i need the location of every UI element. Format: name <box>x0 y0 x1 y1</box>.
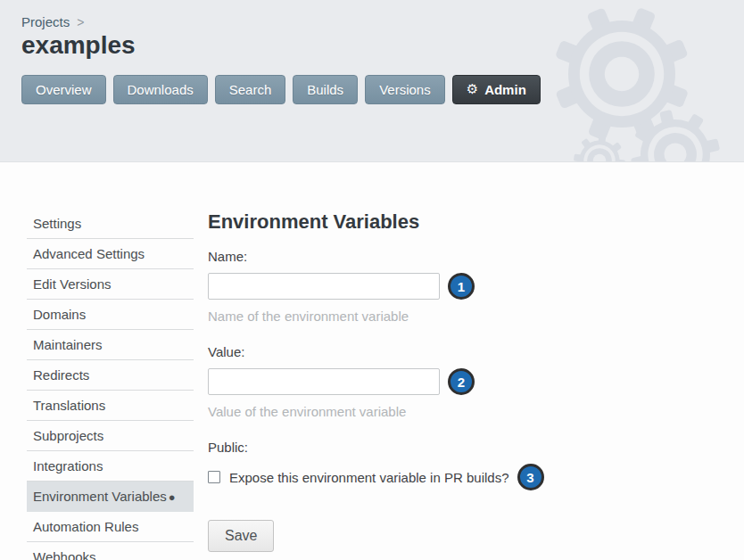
annotation-badge-3: 3 <box>517 464 544 490</box>
sidebar-item-translations[interactable]: Translations <box>27 391 194 421</box>
breadcrumb-separator: > <box>77 15 84 29</box>
public-checkbox[interactable] <box>208 471 220 483</box>
annotation-badge-2: 2 <box>448 368 475 395</box>
value-label: Value: <box>208 344 544 359</box>
sidebar-item-maintainers[interactable]: Maintainers <box>27 330 194 360</box>
tab-downloads[interactable]: Downloads <box>113 75 208 104</box>
breadcrumb: Projects > <box>21 14 744 29</box>
sidebar-item-domains[interactable]: Domains <box>27 300 194 330</box>
project-tabs: Overview Downloads Search Builds Version… <box>21 75 744 104</box>
section-heading: Environment Variables <box>208 210 544 234</box>
sidebar-item-settings[interactable]: Settings <box>27 209 194 239</box>
admin-sidebar: Settings Advanced Settings Edit Versions… <box>27 209 194 560</box>
sidebar-item-automation-rules[interactable]: Automation Rules <box>27 512 194 542</box>
annotation-badge-1: 1 <box>448 273 475 300</box>
sidebar-item-edit-versions[interactable]: Edit Versions <box>27 269 194 300</box>
sidebar-item-redirects[interactable]: Redirects <box>27 360 194 391</box>
name-label: Name: <box>208 249 544 264</box>
tab-admin-label: Admin <box>484 82 526 97</box>
page-title: examples <box>21 31 744 60</box>
value-help-text: Value of the environment variable <box>208 404 544 419</box>
active-item-marker: ● <box>169 490 176 504</box>
public-label: Public: <box>208 440 544 455</box>
environment-variables-form: Environment Variables Name: 1 Name of th… <box>208 209 544 560</box>
sidebar-item-subprojects[interactable]: Subprojects <box>27 421 194 451</box>
small-gear-icon <box>629 108 722 162</box>
content-area: Settings Advanced Settings Edit Versions… <box>0 162 744 560</box>
tiny-gear-icon <box>573 134 626 162</box>
sidebar-item-advanced-settings[interactable]: Advanced Settings <box>27 239 194 269</box>
value-input[interactable] <box>208 368 440 395</box>
sidebar-item-environment-variables[interactable]: Environment Variables● <box>27 482 194 512</box>
save-button[interactable]: Save <box>208 520 274 552</box>
name-input[interactable] <box>208 273 440 300</box>
tab-admin[interactable]: ⚙ Admin <box>452 75 541 104</box>
name-field-group: Name: 1 Name of the environment variable <box>208 249 544 324</box>
tab-builds[interactable]: Builds <box>293 75 358 104</box>
tab-versions[interactable]: Versions <box>365 75 445 104</box>
project-header: Projects > examples Overview Downloads S… <box>0 0 744 162</box>
sidebar-item-label: Environment Variables <box>33 489 167 504</box>
sidebar-item-integrations[interactable]: Integrations <box>27 451 194 482</box>
tab-search[interactable]: Search <box>215 75 286 104</box>
name-help-text: Name of the environment variable <box>208 309 544 324</box>
sidebar-item-webhooks[interactable]: Webhooks <box>27 542 194 560</box>
public-checkbox-label: Expose this environment variable in PR b… <box>229 470 509 485</box>
public-field-group: Public: Expose this environment variable… <box>208 440 544 490</box>
value-field-group: Value: 2 Value of the environment variab… <box>208 344 544 419</box>
breadcrumb-projects-link[interactable]: Projects <box>21 14 70 29</box>
tab-overview[interactable]: Overview <box>21 75 106 104</box>
gear-icon: ⚙ <box>467 83 478 96</box>
